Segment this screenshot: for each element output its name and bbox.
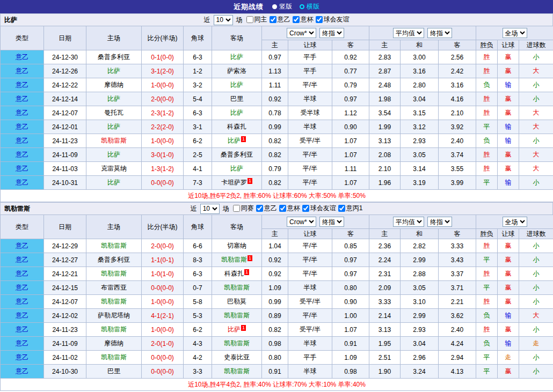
league-checkbox[interactable] xyxy=(233,205,240,212)
league-cell: 意乙 xyxy=(1,148,44,162)
corners-cell: 5-8 xyxy=(184,295,212,309)
filter-option-同赛[interactable]: 同赛 xyxy=(233,204,254,213)
match-scope-select[interactable]: 全场 xyxy=(503,28,527,38)
league-checkbox[interactable] xyxy=(302,205,309,212)
corners-cell: 6-2 xyxy=(184,134,212,148)
league-checkbox[interactable] xyxy=(293,16,300,23)
team-name-text: 巴里 xyxy=(230,95,243,102)
result-outcome-cell: 胜 xyxy=(476,92,498,106)
filter-option-意丙1[interactable]: 意丙1 xyxy=(338,204,363,213)
result-goals-cell: 大 xyxy=(519,106,553,120)
match-count-select[interactable]: 10 xyxy=(214,15,233,25)
team-name-text: 比萨 xyxy=(107,123,120,130)
team-name-text: 凯勒雷斯 xyxy=(224,339,250,347)
result-handicap-cell: 赢 xyxy=(498,253,519,267)
league-checkbox[interactable] xyxy=(270,16,276,23)
away-team-cell: 比萨1 xyxy=(212,323,262,337)
result-outcome-cell: 胜 xyxy=(476,64,498,78)
odds-cell: 0.90 xyxy=(332,295,369,309)
home-team-cell: 凯勒雷斯 xyxy=(86,295,142,309)
match-scope-select[interactable]: 全场 xyxy=(503,217,527,227)
league-cell: 意乙 xyxy=(1,239,44,253)
odds-cell: 受半球 xyxy=(288,106,332,120)
col-header: 比分(半场) xyxy=(142,26,184,50)
home-team-cell: 比萨 xyxy=(86,148,142,162)
league-checkbox[interactable] xyxy=(338,205,345,212)
corners-cell: 4-3 xyxy=(184,337,212,351)
radio-horizontal-layout[interactable]: 横版 xyxy=(300,2,319,11)
bookmaker-select[interactable]: Crow* xyxy=(287,217,316,227)
odds-cell: 1.07 xyxy=(332,148,369,162)
checkbox-label: 同主 xyxy=(254,15,267,24)
odds-cell: 0.92 xyxy=(262,253,288,267)
avg-odds-cell: 3.24 xyxy=(401,365,439,379)
result-handicap-cell: 赢 xyxy=(498,162,519,176)
red-card-badge: 1 xyxy=(248,178,252,184)
table-header: 类型日期主场比分(半场)角球客场Crow*终指平均值终指全场 主让球客主和客胜负… xyxy=(1,26,553,50)
filter-bar: 比萨 近 10 场 同主意乙意杯球会友谊 xyxy=(0,13,553,26)
col-header: 客场 xyxy=(212,26,262,50)
odds-cell: 0.92 xyxy=(262,92,288,106)
league-checkbox[interactable] xyxy=(316,16,323,23)
sub-col-header: 进球数 xyxy=(519,229,553,239)
date-cell: 24-10-30 xyxy=(44,365,86,379)
result-outcome-cell: 胜 xyxy=(476,295,498,309)
summary-text: 近10场,胜6平2负2, 胜率:60% 让球率:60% 大率:50% 单率:50… xyxy=(1,190,553,202)
bookmaker-select[interactable]: Crow* xyxy=(287,28,316,38)
odds-cell: 1.13 xyxy=(262,64,288,78)
result-goals-cell: 大 xyxy=(519,64,553,78)
filter-option-同主[interactable]: 同主 xyxy=(246,15,267,24)
match-row: 意乙24-10-31比萨0-0(0-0)7-3卡坦萨罗10.82平/半1.071… xyxy=(1,176,553,190)
avg-odds-cell: 2.40 xyxy=(439,134,476,148)
final-odds-select-2[interactable]: 终指 xyxy=(427,217,452,227)
home-team-cell: 桑普多利亚 xyxy=(86,253,142,267)
average-select[interactable]: 平均值 xyxy=(393,28,424,38)
avg-odds-cell: 2.10 xyxy=(369,162,401,176)
filter-option-意乙[interactable]: 意乙 xyxy=(270,15,290,24)
filter-option-意杯[interactable]: 意杯 xyxy=(279,204,300,213)
near-label: 近 xyxy=(204,16,210,25)
team-name-text: 桑普多利亚 xyxy=(98,53,130,61)
league-checkbox[interactable] xyxy=(279,205,286,212)
final-odds-select[interactable]: 终指 xyxy=(319,217,344,227)
result-outcome-cell: 平 xyxy=(476,365,498,379)
corners-cell: 6-3 xyxy=(184,50,212,64)
filter-checkboxes: 同主意乙意杯球会友谊 xyxy=(244,15,350,25)
match-row: 意乙24-11-23凯勒雷斯1-0(0-0)6-2比萨10.82受平/半1.07… xyxy=(1,134,553,148)
match-row: 意乙24-12-07曼托瓦2-3(1-2)6-3比萨0.78受半球1.123.5… xyxy=(1,106,553,120)
league-cell: 意乙 xyxy=(1,176,44,190)
score-cell: 1-0(0-0) xyxy=(142,323,184,337)
odds-cell: 平/半 xyxy=(288,148,332,162)
filter-option-意乙[interactable]: 意乙 xyxy=(256,204,277,213)
final-odds-select-2[interactable]: 终指 xyxy=(427,28,452,38)
date-cell: 24-12-27 xyxy=(44,253,86,267)
col-header: 主场 xyxy=(86,215,142,239)
league-checkbox[interactable] xyxy=(246,16,253,23)
league-checkbox[interactable] xyxy=(256,205,263,212)
odds-cell: 0.97 xyxy=(332,253,369,267)
avg-odds-cell: 2.93 xyxy=(401,323,439,337)
score-cell: 2-3(1-2) xyxy=(142,106,184,120)
match-count-select[interactable]: 10 xyxy=(200,204,220,214)
avg-odds-cell: 2.87 xyxy=(369,64,401,78)
final-odds-select[interactable]: 终指 xyxy=(319,28,344,38)
result-goals-cell: 小 xyxy=(519,134,553,148)
team-name-text: 比萨 xyxy=(107,67,120,75)
sub-col-header: 主 xyxy=(369,40,401,50)
result-goals-cell: 小 xyxy=(519,365,553,379)
filter-option-球会友谊[interactable]: 球会友谊 xyxy=(316,15,350,24)
col-header: 比分(半场) xyxy=(142,215,184,239)
radio-vertical-layout[interactable]: 竖版 xyxy=(272,2,292,11)
team-name-text: 比萨 xyxy=(230,53,243,61)
match-row: 意乙24-12-15布雷西亚0-0(0-0)0-7凯勒雷斯1.09半球0.802… xyxy=(1,281,553,295)
table-footer: 近10场,胜4平4负2, 胜率:40% 让球率:70% 大率:10% 单率:40… xyxy=(1,379,553,391)
avg-odds-cell: 3.00 xyxy=(401,50,439,64)
filter-option-意杯[interactable]: 意杯 xyxy=(293,15,314,24)
red-card-badge: 1 xyxy=(241,136,246,142)
avg-odds-cell: 2.56 xyxy=(439,50,476,64)
average-select[interactable]: 平均值 xyxy=(393,217,424,227)
result-handicap-cell: 赢 xyxy=(498,365,519,379)
filter-option-球会友谊[interactable]: 球会友谊 xyxy=(302,204,336,213)
team-name-text: 凯勒雷斯 xyxy=(221,256,247,263)
odds-cell: 0.98 xyxy=(332,365,369,379)
